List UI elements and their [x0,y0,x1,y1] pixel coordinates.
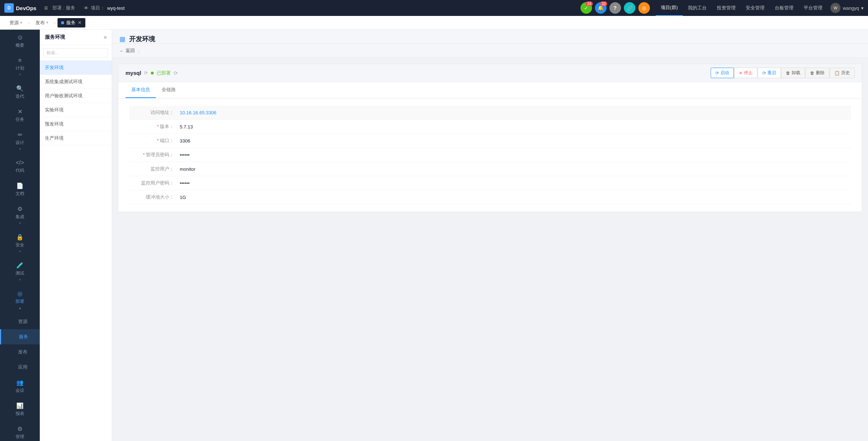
secondary-navigation: 资源 ▾ · 发布 ▾ · 服务 ✕ [0,16,868,30]
sidebar-item-integration[interactable]: ⚙ 集成 ▾ [0,201,40,229]
user-name: wangyq [843,5,859,11]
env-item-lab[interactable]: 实验环境 [40,103,112,117]
sidebar-item-test[interactable]: 🧪 测试 ▾ [0,258,40,286]
link-badge[interactable]: 🔗 [624,2,635,14]
env-item-dev[interactable]: 开发环境 [40,61,112,75]
sidebar-item-app[interactable]: 应用 [0,360,40,375]
sidebar-label-report: 报表 [16,411,24,417]
sidebar-item-doc[interactable]: 📄 文档 [0,178,40,201]
info-label-port: 端口： [129,137,180,144]
hamburger-menu[interactable]: ≡ [44,4,48,12]
sec-nav-resource[interactable]: 资源 ▾ [6,18,26,27]
history-label: 历史 [841,70,850,76]
sidebar-item-meeting[interactable]: 👥 会议 [0,375,40,398]
task-icon: ✕ [18,108,22,115]
history-button[interactable]: 📋 历史 [830,68,855,78]
project-label: 👁 项目： wyq-test [84,5,124,11]
env-item-staging[interactable]: 预发环境 [40,117,112,131]
info-label-version: 版本： [129,123,180,130]
sidebar-item-resource[interactable]: 资源 [0,314,40,329]
back-bar: ← 返回 | [112,44,868,58]
sidebar-item-iterate[interactable]: 🔍 迭代 [0,81,40,104]
sidebar-label-security: 安全 [16,242,24,248]
sidebar-label-design: 设计 [16,140,24,146]
sidebar-item-security[interactable]: 🔒 安全 ▾ [0,229,40,258]
sec-nav-service[interactable]: 服务 ✕ [58,18,85,27]
refresh-icon[interactable]: ⟳ [174,70,178,76]
unload-button[interactable]: 🗑 卸载 [781,68,805,78]
sidebar-item-plan[interactable]: ≡ 计划 ▾ [0,53,40,81]
sidebar-label-resource: 资源 [18,318,27,325]
back-arrow-icon: ← [119,48,124,54]
blue-badge-count: 32 [600,1,607,6]
tab-basic[interactable]: 基本信息 [125,82,156,98]
sidebar-label-code: 代码 [16,168,24,174]
unload-icon: 🗑 [786,71,790,76]
back-button[interactable]: ← 返回 [119,47,135,54]
app-name: DevOps [16,5,37,11]
help-badge[interactable]: ? [609,2,621,14]
breadcrumb-deploy[interactable]: 部署 [52,5,62,11]
notification-badge-blue[interactable]: 🔔 32 [595,2,607,14]
sidebar-item-design[interactable]: ✏ 设计 ▾ [0,127,40,155]
info-label-monitoruser: 监控用户： [129,166,180,172]
notification-badge-green[interactable]: ✓ 24 [580,2,592,14]
env-item-uat[interactable]: 用户验收测试环境 [40,89,112,103]
menu-item-workbench[interactable]: 我的工台 [683,0,712,16]
info-row-monitoruser: 监控用户： monitor [129,162,851,176]
info-value-version: 5.7.13 [180,124,193,130]
menu-item-investment[interactable]: 投资管理 [712,0,741,16]
top-breadcrumb: 部署 / 服务 [52,5,76,11]
orange-badge[interactable]: ◎ [638,2,650,14]
menu-item-dashboard[interactable]: 台板管理 [770,0,799,16]
sidebar-item-task[interactable]: ✕ 任务 [0,104,40,127]
info-row-adminpwd: 管理员密码： •••••• [129,148,851,162]
start-button[interactable]: ⟳ 启动 [711,68,734,78]
delete-icon: 🗑 [810,71,814,76]
test-icon: 🧪 [16,262,24,269]
page-header-icon: ▦ [119,35,125,43]
stop-button[interactable]: ✕ 停止 [734,68,757,78]
sidebar-label-app: 应用 [18,364,27,370]
sync-icon[interactable]: ⟳ [144,70,148,76]
test-arrow: ▾ [19,278,21,281]
close-icon[interactable]: ✕ [78,20,82,25]
sec-nav-publish-label: 发布 [35,20,45,26]
design-arrow: ▾ [19,147,21,151]
menu-item-project[interactable]: 项目(群) [656,0,683,16]
sec-nav-publish[interactable]: 发布 ▾ [32,18,52,27]
iterate-icon: 🔍 [16,85,24,92]
sidebar-item-report[interactable]: 📊 报表 [0,398,40,421]
sidebar-item-overview[interactable]: ⊙ 概要 [0,30,40,53]
unload-label: 卸载 [792,70,800,76]
content-sidebar-header: 服务环境 ≡ [40,30,112,45]
content-sidebar-search [40,45,112,61]
info-row-port: 端口： 3306 [129,134,851,148]
env-item-prod[interactable]: 生产环境 [40,131,112,145]
sidebar-label-publish: 发布 [18,349,27,355]
sidebar-item-service[interactable]: 服务 [0,329,40,344]
info-label-address: 访问地址： [129,109,180,116]
sidebar-item-deploy[interactable]: ◎ 部署 ▴ [0,286,40,314]
menu-item-platform[interactable]: 平台管理 [799,0,827,16]
search-input[interactable] [43,48,108,58]
main-layout: ⊙ 概要 ≡ 计划 ▾ 🔍 迭代 ✕ 任务 ✏ 设计 ▾ </> 代码 📄 文档 [0,30,868,441]
info-row-buffersize: 缓冲池大小： 1G [129,190,851,204]
env-item-integration[interactable]: 系统集成测试环境 [40,75,112,89]
sidebar-menu-icon[interactable]: ≡ [104,34,107,40]
sidebar-item-publish[interactable]: 发布 [0,344,40,360]
user-info[interactable]: W wangyq ▾ [830,3,864,13]
breadcrumb-service[interactable]: 服务 [66,5,75,11]
info-value-address: 10.16.16.65:3306 [180,110,216,115]
tab-chain[interactable]: 全链路 [156,82,182,98]
menu-item-security[interactable]: 安全管理 [741,0,770,16]
info-label-monitorpwd: 监控用户密码： [129,180,180,186]
logo-icon: D [4,3,14,13]
sidebar-item-manage[interactable]: ⚙ 管理 ▾ [0,421,40,441]
sidebar-item-code[interactable]: </> 代码 [0,155,40,178]
action-buttons: ⟳ 启动 ✕ 停止 ⟳ 重启 🗑 卸载 [711,68,855,78]
doc-icon: 📄 [16,182,24,189]
start-icon: ⟳ [715,71,719,76]
restart-button[interactable]: ⟳ 重启 [758,68,781,78]
delete-button[interactable]: 🗑 删除 [805,68,829,78]
